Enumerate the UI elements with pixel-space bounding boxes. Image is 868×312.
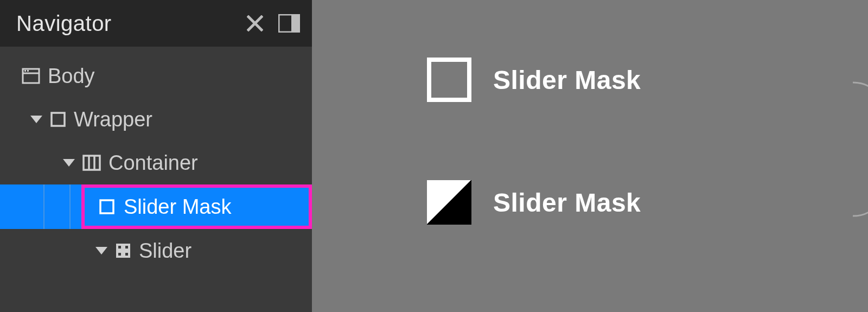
tree-item-slider[interactable]: Slider	[0, 229, 312, 272]
div-outline-icon	[427, 58, 471, 102]
annotation-item-mask: Slider Mask	[427, 180, 641, 225]
chevron-down-icon[interactable]	[95, 247, 107, 254]
svg-rect-6	[52, 113, 65, 126]
tree-item-wrapper[interactable]: Wrapper	[0, 98, 312, 141]
annotation-area: Slider Mask Slider Mask SAME CLASS	[312, 0, 868, 312]
svg-rect-15	[125, 253, 128, 256]
div-icon	[99, 199, 115, 215]
tree-indent-guides	[0, 184, 81, 229]
navigator-header: Navigator	[0, 0, 312, 47]
svg-rect-5	[27, 70, 29, 72]
tree-item-slider-mask[interactable]: Slider Mask	[0, 184, 312, 229]
svg-rect-10	[100, 200, 113, 213]
navigator-title: Navigator	[16, 11, 247, 36]
svg-rect-1	[291, 14, 300, 33]
chevron-down-icon[interactable]	[30, 116, 42, 123]
tree-item-label: Container	[108, 151, 198, 175]
mask-icon	[427, 180, 471, 225]
tree-item-body[interactable]: Body	[0, 54, 312, 98]
chevron-down-icon[interactable]	[63, 159, 75, 167]
svg-rect-13	[125, 246, 128, 249]
div-icon	[50, 111, 66, 128]
tree-item-label: Body	[48, 65, 95, 88]
annotation-item-div: Slider Mask	[427, 58, 641, 102]
connector-bracket-icon	[852, 81, 868, 217]
tree-item-label: Wrapper	[74, 108, 152, 131]
slider-icon	[115, 243, 131, 259]
tree-item-label: Slider	[139, 239, 192, 263]
panel-toggle-icon[interactable]	[278, 14, 300, 33]
svg-rect-11	[116, 244, 130, 258]
annotation-label: Slider Mask	[493, 188, 641, 218]
close-icon[interactable]	[247, 15, 263, 31]
navigator-header-actions	[247, 14, 300, 33]
annotation-label: Slider Mask	[493, 65, 641, 95]
navigator-panel: Navigator	[0, 0, 312, 312]
tree-item-selected-highlight: Slider Mask	[81, 184, 312, 229]
container-icon	[82, 155, 101, 171]
navigator-tree: Body Wrapper Container	[0, 47, 312, 272]
svg-rect-7	[84, 156, 100, 170]
tree-item-label: Slider Mask	[124, 195, 232, 219]
svg-rect-14	[118, 253, 121, 256]
tree-item-container[interactable]: Container	[0, 141, 312, 184]
body-icon	[22, 68, 40, 84]
svg-rect-12	[118, 246, 121, 249]
svg-rect-4	[24, 70, 26, 72]
